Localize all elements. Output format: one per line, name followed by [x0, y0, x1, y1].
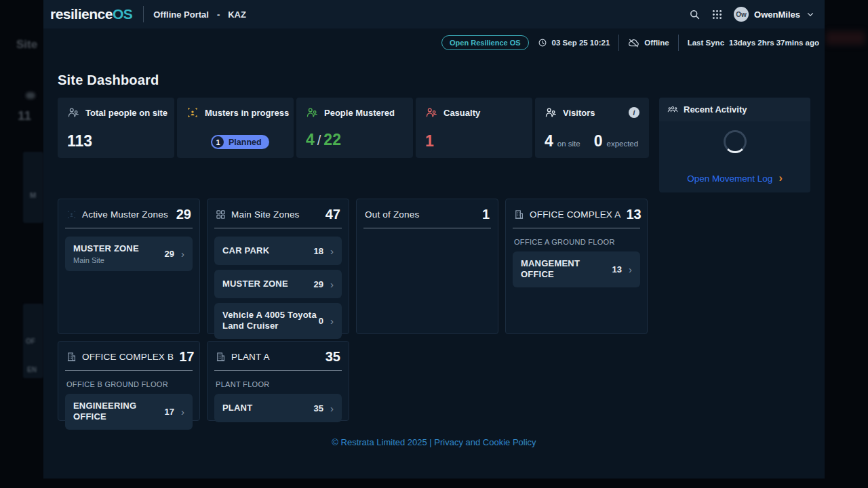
zone-row-value: 29	[165, 249, 174, 259]
zone-card-title: OFFICE COMPLEX B	[82, 352, 174, 362]
zones-grid: Active Muster Zones 29 MUSTER ZONE Main …	[58, 199, 648, 421]
zone-card-plant-a: PLANT A 35 PLANT FLOOR PLANT 35 ›	[207, 341, 349, 421]
zone-row-value: 18	[314, 246, 323, 256]
open-movement-log-link[interactable]: Open Movement Log ›	[687, 173, 782, 184]
datetime-text: 03 Sep 25 10:21	[552, 39, 610, 47]
avatar: Ow	[734, 7, 749, 22]
people-icon	[545, 106, 557, 119]
site-code: KAZ	[228, 9, 246, 20]
portal-separator: -	[217, 9, 220, 20]
ghost-icon-blob	[26, 92, 35, 99]
zone-card-office-complex-a: OFFICE COMPLEX A 13 OFFICE A GROUND FLOO…	[505, 199, 648, 334]
badge-label: Planned	[229, 138, 262, 147]
ghost-smudge	[826, 31, 865, 45]
zone-card-count: 35	[326, 349, 340, 365]
stat-label: People Mustered	[324, 108, 395, 118]
zone-row-car-park[interactable]: CAR PARK 18 ›	[214, 237, 342, 265]
stat-value: 113	[67, 134, 165, 149]
ghost-text-fragment: 11	[18, 108, 31, 123]
zone-row-name: MUSTER ZONE	[73, 243, 165, 254]
info-icon[interactable]: i	[629, 107, 639, 118]
stat-card-total-people: Total people on site 113	[58, 98, 174, 158]
people-icon	[67, 106, 79, 119]
user-menu[interactable]: Ow OwenMiles	[734, 7, 815, 22]
clock-icon	[538, 38, 547, 47]
ghost-panel	[23, 152, 43, 223]
chevron-right-icon: ›	[181, 249, 184, 259]
zone-row-value: 29	[314, 279, 323, 289]
grid-2x2-icon	[216, 209, 226, 220]
search-icon[interactable]	[689, 9, 701, 20]
zone-row-subtitle: Main Site	[73, 256, 165, 264]
open-resilience-os-button[interactable]: Open Resilience OS	[441, 35, 529, 50]
zone-row-muster-zone[interactable]: MUSTER ZONE Main Site 29 ›	[65, 237, 193, 271]
zone-card-count: 13	[626, 207, 641, 222]
zone-card-office-complex-b: OFFICE COMPLEX B 17 OFFICE B GROUND FLOO…	[58, 341, 200, 421]
mustered-capacity: 22	[323, 131, 341, 149]
chevron-right-icon: ›	[629, 264, 632, 274]
movement-log-label: Open Movement Log	[687, 174, 772, 184]
footer-policy-link[interactable]: © Restrata Limited 2025 | Privacy and Co…	[332, 437, 536, 447]
zone-card-count: 47	[326, 207, 340, 222]
zone-row-value: 35	[314, 403, 323, 413]
stat-card-musters: Musters in progress 1 Planned	[177, 98, 294, 158]
ratio-separator: /	[317, 133, 321, 148]
building-icon	[66, 352, 77, 362]
people-icon	[306, 106, 318, 119]
zone-row-name: ENGINEERING OFFICE	[73, 401, 165, 423]
ghost-text-fragment: M	[30, 191, 36, 199]
logo-text-accent: OS	[113, 6, 132, 22]
last-sync-value: 13days 2hrs 37mins ago	[729, 39, 819, 47]
zone-card-active-muster-zones: Active Muster Zones 29 MUSTER ZONE Main …	[58, 199, 200, 334]
zone-row-name: Vehicle A 4005 Toyota Land Cruiser	[222, 310, 319, 332]
zone-row-value: 0	[319, 316, 323, 326]
portal-label: Offline Portal	[153, 9, 209, 20]
chevron-down-icon[interactable]	[806, 9, 815, 19]
planned-muster-badge[interactable]: 1 Planned	[211, 135, 269, 149]
zone-card-title: Active Muster Zones	[82, 209, 171, 220]
visitors-values: 4 on site 0 expected	[545, 134, 639, 149]
nav-divider	[143, 6, 144, 22]
top-navbar: resilienceOS Offline Portal - KAZ	[43, 0, 825, 28]
ghost-text-fragment: EN	[27, 366, 37, 373]
floor-label: OFFICE B GROUND FLOOR	[66, 380, 191, 388]
zone-row-name: CAR PARK	[222, 245, 314, 256]
zone-row-engineering-office[interactable]: ENGINEERING OFFICE 17 ›	[65, 394, 193, 430]
user-name: OwenMiles	[754, 9, 800, 20]
visitors-on-site-label: on site	[557, 140, 580, 148]
muster-point-icon	[186, 106, 199, 119]
zone-row-vehicle[interactable]: Vehicle A 4005 Toyota Land Cruiser 0 ›	[214, 303, 342, 339]
chevron-right-icon: ›	[181, 407, 184, 417]
stat-value: 1	[425, 134, 523, 149]
page-title: Site Dashboard	[58, 73, 810, 88]
zone-row-value: 13	[612, 264, 622, 274]
page-footer: © Restrata Limited 2025 | Privacy and Co…	[58, 436, 810, 448]
stat-card-visitors: Visitors i 4 on site 0 expected	[535, 98, 649, 158]
zone-row-name: MUSTER ZONE	[222, 279, 314, 289]
status-divider	[678, 35, 679, 51]
zone-row-plant[interactable]: PLANT 35 ›	[214, 394, 342, 422]
chevron-right-icon: ›	[778, 173, 782, 184]
stat-label: Musters in progress	[205, 108, 289, 118]
badge-count: 1	[212, 136, 224, 148]
zone-card-title: Main Site Zones	[231, 209, 320, 220]
zone-card-count: 29	[176, 207, 191, 222]
zone-row-muster-zone[interactable]: MUSTER ZONE 29 ›	[214, 270, 342, 298]
datetime-group: 03 Sep 25 10:21	[538, 38, 610, 47]
chevron-right-icon: ›	[330, 316, 334, 326]
visitors-expected-value: 0	[594, 134, 603, 149]
zone-row-mangement-office[interactable]: MANGEMENT OFFICE 13 ›	[513, 251, 640, 287]
connection-group: Offline	[628, 38, 669, 48]
floor-label: PLANT FLOOR	[216, 380, 340, 388]
building-icon	[216, 352, 226, 362]
zone-card-count: 17	[179, 349, 194, 365]
zone-card-count: 1	[482, 207, 490, 222]
connection-status-text: Offline	[644, 39, 669, 47]
stat-card-people-mustered: People Mustered 4 / 22	[296, 98, 413, 158]
stat-label: Visitors	[563, 108, 595, 118]
apps-grid-icon[interactable]	[711, 9, 723, 20]
zone-card-title: PLANT A	[231, 352, 320, 362]
zone-row-name: PLANT	[222, 403, 314, 413]
portal-breadcrumb: Offline Portal - KAZ	[153, 9, 246, 20]
loading-spinner	[724, 130, 747, 153]
